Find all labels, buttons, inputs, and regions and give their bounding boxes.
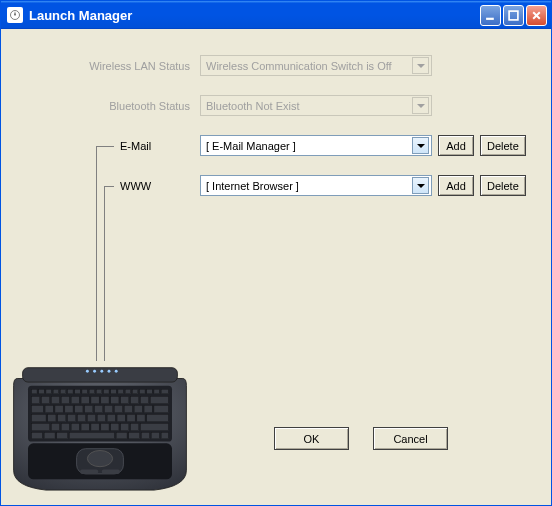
cancel-button[interactable]: Cancel bbox=[373, 427, 448, 450]
svg-rect-58 bbox=[68, 415, 76, 422]
svg-rect-72 bbox=[91, 424, 99, 431]
svg-rect-69 bbox=[61, 424, 69, 431]
laptop-illustration bbox=[10, 351, 190, 496]
svg-rect-75 bbox=[121, 424, 129, 431]
email-combo[interactable]: [ E-Mail Manager ] bbox=[200, 135, 432, 156]
svg-rect-47 bbox=[85, 406, 93, 413]
svg-rect-16 bbox=[75, 389, 80, 394]
chevron-down-icon bbox=[417, 144, 425, 148]
svg-rect-30 bbox=[42, 397, 50, 404]
svg-rect-84 bbox=[141, 433, 149, 439]
bt-row: Bluetooth Status Bluetooth Not Exist bbox=[82, 95, 432, 116]
svg-rect-70 bbox=[71, 424, 79, 431]
svg-rect-24 bbox=[132, 389, 137, 394]
svg-rect-23 bbox=[125, 389, 130, 394]
svg-rect-36 bbox=[101, 397, 109, 404]
svg-point-6 bbox=[100, 370, 103, 373]
svg-rect-61 bbox=[97, 415, 105, 422]
bt-combo: Bluetooth Not Exist bbox=[200, 95, 432, 116]
svg-rect-77 bbox=[141, 424, 169, 431]
svg-point-4 bbox=[86, 370, 89, 373]
svg-rect-27 bbox=[154, 389, 159, 394]
www-add-button[interactable]: Add bbox=[438, 175, 474, 196]
svg-rect-78 bbox=[32, 433, 43, 439]
svg-rect-49 bbox=[105, 406, 113, 413]
svg-rect-63 bbox=[117, 415, 125, 422]
svg-rect-82 bbox=[116, 433, 127, 439]
www-combo[interactable]: [ Internet Browser ] bbox=[200, 175, 432, 196]
bt-drop-icon bbox=[412, 97, 429, 114]
www-value: [ Internet Browser ] bbox=[206, 180, 412, 192]
email-row: E-Mail [ E-Mail Manager ] Add Delete bbox=[82, 135, 526, 156]
svg-rect-3 bbox=[23, 368, 178, 382]
svg-rect-64 bbox=[127, 415, 135, 422]
maximize-button[interactable] bbox=[503, 5, 524, 26]
svg-rect-13 bbox=[53, 389, 58, 394]
svg-rect-57 bbox=[58, 415, 66, 422]
svg-rect-59 bbox=[78, 415, 86, 422]
svg-rect-34 bbox=[81, 397, 89, 404]
svg-point-7 bbox=[108, 370, 111, 373]
svg-rect-18 bbox=[89, 389, 94, 394]
svg-rect-2 bbox=[509, 11, 518, 20]
svg-rect-38 bbox=[121, 397, 129, 404]
www-drop-button[interactable] bbox=[412, 177, 429, 194]
svg-rect-45 bbox=[65, 406, 73, 413]
ok-button[interactable]: OK bbox=[274, 427, 349, 450]
svg-rect-37 bbox=[111, 397, 119, 404]
svg-rect-32 bbox=[61, 397, 69, 404]
svg-rect-55 bbox=[32, 415, 46, 422]
www-delete-button[interactable]: Delete bbox=[480, 175, 526, 196]
titlebar: Launch Manager bbox=[1, 1, 551, 29]
svg-rect-17 bbox=[82, 389, 87, 394]
svg-rect-51 bbox=[124, 406, 132, 413]
app-icon bbox=[7, 7, 23, 23]
email-drop-button[interactable] bbox=[412, 137, 429, 154]
svg-rect-85 bbox=[151, 433, 159, 439]
close-button[interactable] bbox=[526, 5, 547, 26]
svg-rect-28 bbox=[161, 389, 168, 394]
svg-rect-66 bbox=[147, 415, 169, 422]
svg-rect-39 bbox=[131, 397, 139, 404]
svg-rect-22 bbox=[118, 389, 123, 394]
svg-rect-25 bbox=[140, 389, 145, 394]
email-value: [ E-Mail Manager ] bbox=[206, 140, 412, 152]
svg-rect-74 bbox=[111, 424, 119, 431]
svg-rect-29 bbox=[32, 397, 40, 404]
svg-rect-26 bbox=[147, 389, 152, 394]
svg-rect-60 bbox=[87, 415, 95, 422]
svg-rect-71 bbox=[81, 424, 89, 431]
svg-rect-10 bbox=[32, 389, 37, 394]
svg-rect-68 bbox=[51, 424, 59, 431]
svg-rect-52 bbox=[134, 406, 142, 413]
svg-rect-56 bbox=[48, 415, 56, 422]
svg-point-8 bbox=[115, 370, 118, 373]
minimize-button[interactable] bbox=[480, 5, 501, 26]
dialog-buttons: OK Cancel bbox=[274, 427, 448, 450]
bt-label: Bluetooth Status bbox=[82, 100, 194, 112]
wlan-drop-icon bbox=[412, 57, 429, 74]
window-title: Launch Manager bbox=[29, 8, 480, 23]
svg-rect-86 bbox=[161, 433, 168, 439]
svg-rect-62 bbox=[107, 415, 115, 422]
svg-rect-35 bbox=[91, 397, 99, 404]
connector-line-www bbox=[104, 186, 114, 361]
svg-rect-53 bbox=[144, 406, 152, 413]
wlan-label: Wireless LAN Status bbox=[82, 60, 194, 72]
svg-rect-54 bbox=[154, 406, 168, 413]
svg-rect-79 bbox=[44, 433, 55, 439]
email-add-button[interactable]: Add bbox=[438, 135, 474, 156]
chevron-down-icon bbox=[417, 64, 425, 68]
client-area: Wireless LAN Status Wireless Communicati… bbox=[4, 29, 548, 502]
svg-rect-12 bbox=[46, 389, 51, 394]
svg-rect-31 bbox=[51, 397, 59, 404]
svg-point-5 bbox=[93, 370, 96, 373]
email-delete-button[interactable]: Delete bbox=[480, 135, 526, 156]
svg-rect-90 bbox=[80, 469, 98, 474]
svg-rect-46 bbox=[75, 406, 83, 413]
svg-rect-48 bbox=[95, 406, 103, 413]
svg-rect-41 bbox=[150, 397, 168, 404]
svg-rect-50 bbox=[114, 406, 122, 413]
bt-value: Bluetooth Not Exist bbox=[206, 100, 412, 112]
svg-rect-81 bbox=[69, 433, 114, 439]
